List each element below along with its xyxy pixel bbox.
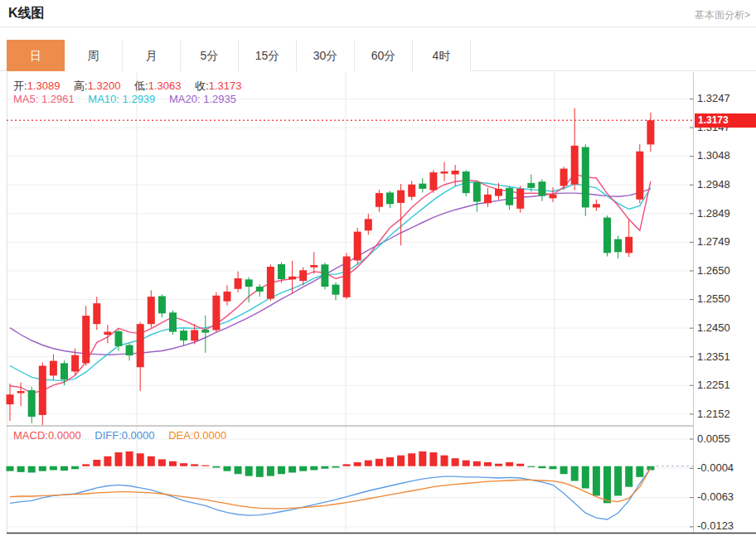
y-axis-label: 1.2251 — [697, 379, 730, 391]
open-label: 开: — [13, 80, 27, 92]
y-axis-label: 1.2450 — [697, 322, 730, 334]
ma5-label: MA5: — [13, 93, 38, 105]
tab-60min[interactable]: 60分 — [355, 40, 413, 71]
low-value: 1.3063 — [148, 80, 182, 92]
kline-page: K线图 基本面分析> 日 周 月 5分 15分 30分 60分 4时 开:1.3… — [0, 0, 756, 536]
y-axis-label: 1.2749 — [697, 236, 730, 248]
current-price-badge: 1.3173 — [695, 113, 756, 128]
macd-label: MACD: — [13, 429, 48, 442]
tab-4hour[interactable]: 4时 — [413, 40, 471, 71]
y-axis-label: 1.2948 — [697, 179, 730, 191]
close-value: 1.3173 — [209, 80, 242, 92]
diff-label: DIFF: — [94, 429, 122, 442]
tab-30min[interactable]: 30分 — [297, 40, 355, 71]
dea-value: 0.0000 — [194, 429, 227, 442]
y-axis-label: 1.3247 — [697, 93, 730, 104]
macd-axis-label: -0.0123 — [697, 520, 734, 532]
y-axis-label: 1.2650 — [697, 265, 730, 277]
y-axis-label: 1.2152 — [697, 408, 730, 420]
y-axis-label: 1.2550 — [697, 293, 730, 305]
y-axis-label: 1.2849 — [697, 208, 730, 220]
tab-day[interactable]: 日 — [7, 40, 65, 71]
ma5-value: 1.2961 — [41, 93, 75, 105]
ma10-value: 1.2939 — [123, 93, 156, 105]
high-label: 高: — [74, 80, 88, 92]
close-label: 收: — [195, 80, 209, 92]
interval-tab-bar: 日 周 月 5分 15分 30分 60分 4时 — [7, 40, 471, 71]
y-axis-label: 1.3048 — [697, 150, 730, 162]
high-value: 1.3200 — [88, 80, 121, 92]
low-label: 低: — [134, 80, 148, 92]
open-value: 1.3089 — [27, 80, 61, 92]
ma10-label: MA10: — [88, 93, 119, 105]
ma20-label: MA20: — [169, 93, 201, 105]
header: K线图 基本面分析> — [0, 0, 756, 27]
macd-legend: MACD:0.0000 DIFF:0.0000 DEA:0.0000 — [13, 429, 237, 442]
dea-label: DEA: — [168, 429, 193, 442]
fundamental-analysis-link[interactable]: 基本面分析> — [695, 8, 750, 22]
y-axis-label: 1.2351 — [697, 351, 730, 363]
ohlc-legend: 开:1.3089 高:1.3200 低:1.3063 收:1.3173 — [13, 79, 252, 94]
diff-value: 0.0000 — [122, 429, 155, 442]
tab-week[interactable]: 周 — [65, 40, 123, 71]
ma-legend: MA5: 1.2961 MA10: 1.2939 MA20: 1.2935 — [13, 93, 247, 105]
macd-axis-label: -0.0004 — [697, 462, 734, 474]
ma20-value: 1.2935 — [203, 93, 236, 105]
macd-axis-label: 0.0055 — [697, 433, 730, 445]
macd-axis-label: -0.0063 — [697, 491, 734, 503]
page-title: K线图 — [8, 5, 45, 22]
tab-month[interactable]: 月 — [123, 40, 181, 71]
macd-value: 0.0000 — [48, 429, 81, 442]
tab-5min[interactable]: 5分 — [181, 40, 239, 71]
tab-15min[interactable]: 15分 — [239, 40, 297, 71]
